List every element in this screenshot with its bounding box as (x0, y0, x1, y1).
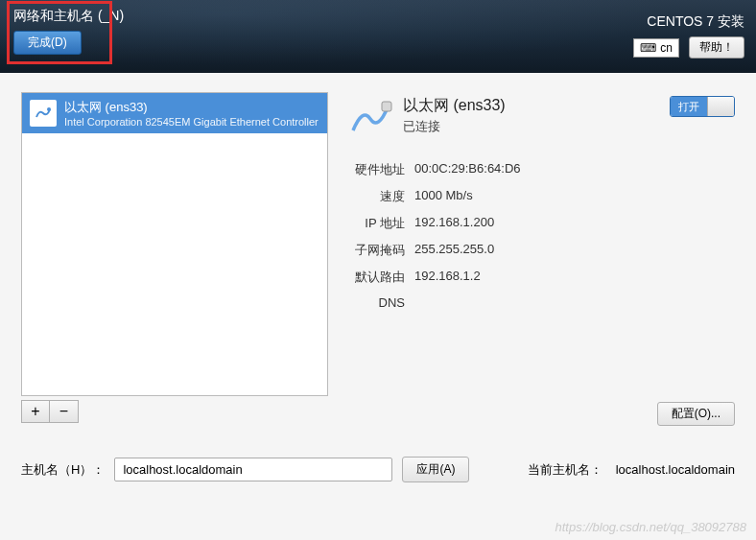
connection-status: 已连接 (403, 118, 660, 135)
detail-row: 默认路由192.168.1.2 (347, 269, 735, 286)
detail-label: 默认路由 (347, 269, 405, 286)
detail-row: 子网掩码255.255.255.0 (347, 242, 735, 259)
installer-title: CENTOS 7 安装 (647, 13, 744, 31)
detail-value: 192.168.1.2 (414, 269, 481, 286)
connection-details: 硬件地址00:0C:29:B6:64:D6速度1000 Mb/sIP 地址192… (347, 161, 735, 310)
apply-button[interactable]: 应用(A) (402, 457, 469, 482)
watermark: https://blog.csdn.net/qq_38092788 (555, 520, 747, 534)
detail-label: 速度 (347, 188, 405, 205)
detail-value: 1000 Mb/s (414, 188, 473, 205)
current-hostname-label: 当前主机名： (528, 461, 602, 479)
device-name: 以太网 (ens33) (64, 99, 319, 116)
detail-row: 硬件地址00:0C:29:B6:64:D6 (347, 161, 735, 178)
ethernet-icon (30, 100, 57, 127)
content-area: 以太网 (ens33) Intel Corporation 82545EM Gi… (0, 73, 756, 433)
header-bar: 网络和主机名 (_N) 完成(D) CENTOS 7 安装 ⌨ cn 帮助！ (0, 0, 756, 73)
keyboard-icon: ⌨ (640, 41, 656, 55)
hostname-label: 主机名（H）： (21, 461, 105, 479)
detail-row: IP 地址192.168.1.200 (347, 215, 735, 232)
detail-row: DNS (347, 295, 735, 310)
detail-label: DNS (347, 295, 405, 310)
configure-button[interactable]: 配置(O)... (657, 402, 735, 426)
connection-toggle[interactable]: 打开 (670, 96, 735, 117)
svg-rect-1 (382, 102, 391, 111)
remove-device-button[interactable]: − (50, 400, 79, 423)
ethernet-large-icon (347, 96, 393, 142)
detail-row: 速度1000 Mb/s (347, 188, 735, 205)
help-button[interactable]: 帮助！ (689, 36, 744, 59)
detail-value: 00:0C:29:B6:64:D6 (414, 161, 521, 178)
device-item[interactable]: 以太网 (ens33) Intel Corporation 82545EM Gi… (22, 93, 327, 133)
device-list[interactable]: 以太网 (ens33) Intel Corporation 82545EM Gi… (21, 92, 328, 396)
done-button[interactable]: 完成(D) (13, 31, 82, 55)
detail-label: 硬件地址 (347, 161, 405, 178)
current-hostname-value: localhost.localdomain (616, 462, 735, 477)
keyboard-layout: cn (660, 41, 673, 55)
keyboard-indicator[interactable]: ⌨ cn (633, 38, 679, 58)
add-device-button[interactable]: + (21, 400, 50, 423)
detail-label: IP 地址 (347, 215, 405, 232)
detail-label: 子网掩码 (347, 242, 405, 259)
svg-point-0 (47, 107, 51, 111)
detail-value: 255.255.255.0 (414, 242, 494, 259)
hostname-input[interactable] (114, 458, 392, 481)
toggle-label: 打开 (671, 97, 707, 116)
device-desc: Intel Corporation 82545EM Gigabit Ethern… (64, 116, 319, 128)
connection-title: 以太网 (ens33) (403, 96, 660, 116)
toggle-knob (707, 97, 734, 116)
hostname-row: 主机名（H）： 应用(A) 当前主机名： localhost.localdoma… (21, 457, 735, 482)
detail-value: 192.168.1.200 (414, 215, 494, 232)
